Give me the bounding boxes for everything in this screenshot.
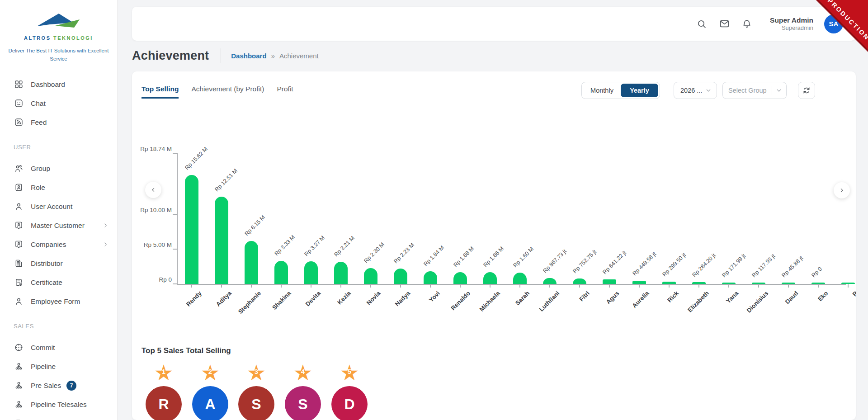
sidebar-item-certificate[interactable]: Certificate [0, 273, 117, 292]
bar-value-label: Rp 284.20 jt [691, 252, 717, 278]
top5-sales-rank-3[interactable]: ★3S [236, 361, 277, 420]
x-axis-tick [579, 284, 580, 288]
bar-luthfiani[interactable] [543, 278, 557, 284]
bar-sarah[interactable] [513, 273, 527, 284]
sidebar-item-distributor[interactable]: Distributor [0, 254, 117, 273]
sidebar-item-chat[interactable]: Chat [0, 94, 117, 113]
sidebar-item-quotation[interactable]: Quotation [0, 414, 117, 420]
tab-profit[interactable]: Profit [277, 85, 293, 99]
rank-number: 5 [329, 368, 370, 375]
group-icon [14, 164, 24, 173]
x-axis-category-label: Rick [666, 290, 680, 304]
bar-value-label: Rp 299.50 jt [661, 251, 688, 278]
user-menu[interactable]: Super Admin Superadmin [770, 16, 813, 32]
sidebar-item-label: Commit [31, 344, 55, 352]
top-selling-bar-chart: Rp 18.74 MRp 10.00 MRp 5.00 MRp 0Rp 15.6… [132, 145, 856, 335]
bar-agus[interactable] [603, 279, 616, 284]
bar-value-label: Rp 0 [810, 265, 824, 279]
top5-heading: Top 5 Sales Total Selling [142, 346, 231, 355]
sidebar-section-label-user: USER [0, 144, 117, 153]
grid-icon [14, 80, 24, 89]
x-axis-category-label: Novia [365, 290, 382, 307]
bar-fitri[interactable] [573, 278, 586, 284]
x-axis-category-label: Stephanie [237, 290, 262, 315]
top5-sales-rank-2[interactable]: ★2A [190, 361, 231, 420]
sidebar-item-pipeline-telesales[interactable]: Pipeline Telesales [0, 395, 117, 414]
x-axis-tick [370, 284, 371, 288]
sidebar-item-commit[interactable]: Commit [0, 338, 117, 357]
sidebar-item-user-account[interactable]: User Account [0, 197, 117, 216]
x-axis-tick [609, 284, 610, 288]
x-axis-category-label: Agus [605, 290, 620, 305]
sidebar-item-group[interactable]: Group [0, 159, 117, 178]
tab-top-selling[interactable]: Top Selling [142, 85, 179, 99]
role-icon [14, 183, 24, 192]
bar-value-label: Rp 641.22 jt [601, 249, 628, 276]
bar-devita[interactable] [304, 261, 318, 284]
bar-value-label: Rp 171.99 jt [721, 252, 747, 279]
bar-michaela[interactable] [483, 272, 497, 284]
user-icon [14, 202, 24, 211]
sidebar-item-feed[interactable]: Feed [0, 113, 117, 132]
search-icon[interactable] [696, 18, 708, 30]
bar-aurelia[interactable] [632, 281, 646, 284]
sidebar-item-pipeline[interactable]: Pipeline [0, 357, 117, 376]
sidebar-item-role[interactable]: Role [0, 178, 117, 197]
group-select[interactable]: Select Group [722, 82, 787, 99]
chart-scroll-next-button[interactable] [834, 182, 850, 198]
sidebar-item-pre-sales[interactable]: Pre Sales7 [0, 376, 117, 395]
bar-yovi[interactable] [424, 271, 437, 284]
x-axis-tick [758, 284, 759, 288]
rank-star-badge: ★2 [190, 361, 231, 385]
bell-icon[interactable] [741, 18, 753, 30]
x-axis-tick [549, 284, 550, 288]
certificate-icon [14, 278, 24, 287]
breadcrumb-separator: » [271, 52, 275, 60]
year-select-value: 2026 ... [680, 87, 702, 94]
chart-scroll-prev-button[interactable] [145, 182, 161, 198]
brand-name: ALTROS TEKNOLOGI [0, 35, 117, 41]
x-axis-tick [460, 284, 461, 288]
x-axis-tick [281, 284, 282, 288]
title-divider [221, 48, 221, 63]
bar-novia[interactable] [364, 268, 377, 284]
sidebar-item-companies[interactable]: Companies [0, 235, 117, 254]
sales-avatar: S [238, 386, 274, 420]
breadcrumb-dashboard-link[interactable]: Dashboard [231, 52, 266, 60]
sidebar-item-master-customer[interactable]: Master Customer [0, 216, 117, 235]
bar-stephanie[interactable] [245, 241, 258, 284]
top5-sales-rank-5[interactable]: ★5D [329, 361, 370, 420]
refresh-button[interactable] [798, 82, 815, 99]
monthly-button[interactable]: Monthly [583, 87, 621, 94]
year-select[interactable]: 2026 ... [674, 82, 717, 99]
mail-icon[interactable] [718, 18, 730, 30]
bar-shakina[interactable] [274, 261, 288, 284]
bar-nadya[interactable] [394, 269, 407, 284]
x-axis-tick [340, 284, 341, 288]
top-header-bar: Super Admin Superadmin SA [132, 7, 856, 41]
avatar[interactable]: SA [824, 14, 843, 33]
bar-renaldo[interactable] [453, 272, 467, 284]
pipeline-icon [14, 381, 24, 390]
feed-icon [14, 118, 24, 127]
chevron-right-icon [838, 187, 845, 194]
top5-sales-rank-4[interactable]: ★4S [283, 361, 323, 420]
sidebar-item-employee-form[interactable]: Employee Form [0, 292, 117, 311]
bar-value-label: Rp 1.84 M [422, 244, 446, 268]
x-axis-tick [490, 284, 491, 288]
bar-rendy[interactable] [185, 175, 198, 284]
yearly-button[interactable]: Yearly [621, 84, 658, 97]
period-toggle: Monthly Yearly [581, 82, 660, 99]
x-axis-tick [848, 284, 849, 288]
tab-achievement-by-profit[interactable]: Achievement (by Profit) [191, 85, 264, 99]
chevron-right-icon [102, 241, 109, 248]
sidebar-item-dashboard[interactable]: Dashboard [0, 75, 117, 94]
x-axis-category-label: Dionisius [745, 290, 770, 314]
top5-sales-rank-1[interactable]: ★1R [143, 361, 184, 420]
sidebar-section-label-sales: SALES [0, 323, 117, 332]
bar-value-label: Rp 2.30 M [363, 241, 386, 264]
sidebar-item-label: Feed [31, 118, 47, 127]
bar-kezia[interactable] [334, 262, 348, 284]
sidebar-item-label: Companies [31, 241, 66, 249]
bar-aditya[interactable] [215, 197, 228, 284]
